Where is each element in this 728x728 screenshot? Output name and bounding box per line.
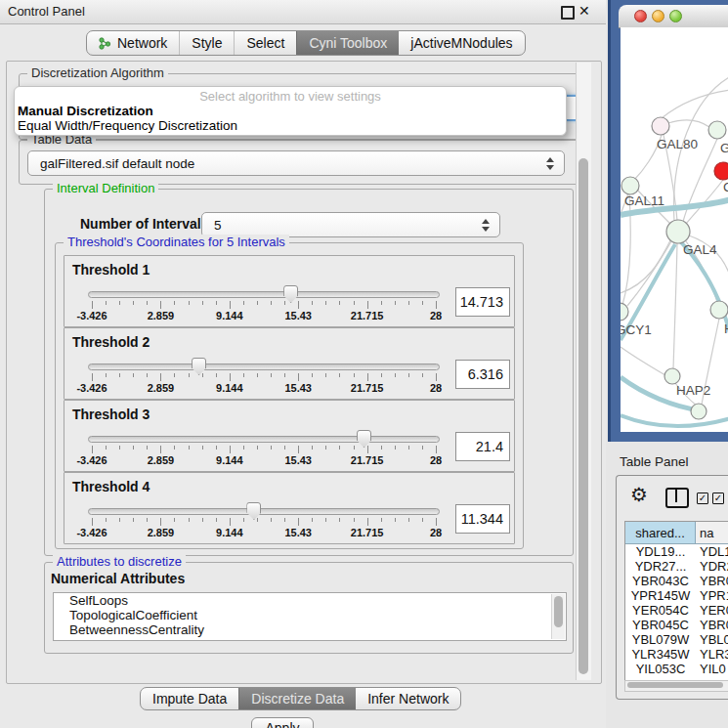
attribute-list-item[interactable]: TopologicalCoefficient xyxy=(54,608,566,622)
checked-checkbox-icon[interactable]: ✓ xyxy=(712,492,724,504)
slider-thumb[interactable] xyxy=(246,502,261,520)
slider-thumb[interactable] xyxy=(283,285,298,303)
zoom-traffic-light-icon[interactable] xyxy=(669,10,682,22)
slider-tick xyxy=(381,373,382,377)
attribute-list-item[interactable]: SelfLoops xyxy=(54,593,566,608)
scrollbar-thumb[interactable] xyxy=(554,596,563,627)
cell-name[interactable]: YDL1 xyxy=(696,544,728,559)
threshold-4-value-field[interactable]: 11.344 xyxy=(455,504,510,534)
control-panel-scrollbar[interactable] xyxy=(576,63,591,680)
network-node[interactable] xyxy=(710,301,728,319)
threshold-2-value-field[interactable]: 6.316 xyxy=(455,360,510,389)
table-row[interactable]: YIL053CYIL0 xyxy=(625,662,728,676)
slider-thumb[interactable] xyxy=(192,358,206,375)
close-traffic-light-icon[interactable] xyxy=(634,10,647,22)
table-horizontal-scrollbar[interactable] xyxy=(624,680,728,692)
table-row[interactable]: YER054CYER0 xyxy=(625,603,728,618)
tab-discretize-data[interactable]: Discretize Data xyxy=(238,688,356,709)
apply-button[interactable]: Apply xyxy=(251,717,314,728)
network-node[interactable] xyxy=(708,121,726,139)
network-node[interactable] xyxy=(714,162,728,180)
cell-shared-name[interactable]: YBR045C xyxy=(625,618,696,632)
cell-name[interactable]: YER0 xyxy=(696,603,728,618)
slider-tick-label: 2.859 xyxy=(148,310,175,321)
cell-shared-name[interactable]: YDR27... xyxy=(625,559,696,574)
table-row[interactable]: YDR27...YDR2 xyxy=(625,559,728,574)
network-node[interactable] xyxy=(666,220,690,243)
column-header-shared-name[interactable]: shared... xyxy=(625,522,696,543)
cell-shared-name[interactable]: YDL19... xyxy=(625,544,696,559)
table-row[interactable]: YPR145WYPR1 xyxy=(625,588,728,603)
tab-impute-data[interactable]: Impute Data xyxy=(141,688,238,709)
discretization-algorithm-title: Discretization Algorithm xyxy=(27,65,168,80)
table-row[interactable]: YBL079WYBL0 xyxy=(625,632,728,647)
table-row[interactable]: YDL19...YDL1 xyxy=(625,544,728,559)
attributes-list-scrollbar[interactable] xyxy=(551,594,565,639)
column-header-name[interactable]: na xyxy=(696,522,728,543)
table-row[interactable]: YBR045CYBR0 xyxy=(625,618,728,632)
slider-tick-label: 21.715 xyxy=(351,310,384,321)
table-data-combobox[interactable]: galFiltered.sif default node xyxy=(27,150,565,176)
network-node[interactable] xyxy=(691,404,707,419)
threshold-2-slider[interactable]: -3.4262.8599.14415.4321.71528 xyxy=(88,358,440,395)
cell-shared-name[interactable]: YPR145W xyxy=(625,588,696,603)
minimize-traffic-light-icon[interactable] xyxy=(652,10,664,22)
cell-shared-name[interactable]: YLR345W xyxy=(625,647,696,662)
slider-tick xyxy=(271,518,272,522)
threshold-1-value-field[interactable]: 14.713 xyxy=(455,287,510,317)
tab-cyni-toolbox[interactable]: Cyni Toolbox xyxy=(296,31,399,55)
tab-jactivemnodules[interactable]: jActiveMNodules xyxy=(399,31,524,55)
cell-name[interactable]: YBL0 xyxy=(696,632,728,647)
cell-name[interactable]: YBR0 xyxy=(696,618,728,632)
dropdown-option-equal-width-frequency[interactable]: Equal Width/Frequency Discretization xyxy=(18,118,237,133)
slider-tick xyxy=(160,373,161,381)
tab-network[interactable]: Network xyxy=(87,31,179,55)
cell-shared-name[interactable]: YER054C xyxy=(625,603,696,618)
network-canvas[interactable]: GAL80GCGAL11GAL4GCY1HHAP2 xyxy=(621,27,728,432)
close-icon[interactable]: ✕ xyxy=(578,3,590,19)
tab-infer-network[interactable]: Infer Network xyxy=(356,688,460,709)
threshold-3-value-field[interactable]: 21.4 xyxy=(455,432,510,461)
network-node[interactable] xyxy=(652,117,669,135)
tab-style[interactable]: Style xyxy=(179,31,234,55)
slider-tick xyxy=(257,446,258,450)
scrollbar-thumb[interactable] xyxy=(627,682,723,688)
scrollbar-thumb[interactable] xyxy=(578,158,588,674)
slider-tick xyxy=(312,518,313,522)
slider-track[interactable] xyxy=(88,364,440,370)
cell-shared-name[interactable]: YIL053C xyxy=(625,662,696,676)
network-node[interactable] xyxy=(664,368,680,384)
table-row[interactable]: YLR345WYLR3 xyxy=(625,647,728,662)
slider-tick xyxy=(284,301,285,305)
float-window-icon[interactable] xyxy=(561,6,575,20)
split-columns-icon[interactable] xyxy=(665,488,689,508)
slider-track[interactable] xyxy=(88,291,440,298)
threshold-3-slider[interactable]: -3.4262.8599.14415.4321.71528 xyxy=(88,430,440,467)
gear-icon[interactable]: ⚙ xyxy=(630,485,648,504)
cell-name[interactable]: YLR3 xyxy=(696,647,728,662)
threshold-4-slider[interactable]: -3.4262.8599.14415.4321.71528 xyxy=(88,502,440,539)
slider-tick xyxy=(174,301,175,305)
tab-select[interactable]: Select xyxy=(234,31,296,55)
cell-name[interactable]: YDR2 xyxy=(696,559,728,574)
cell-shared-name[interactable]: YBL079W xyxy=(625,632,696,647)
numerical-attributes-label: Numerical Attributes xyxy=(51,571,185,586)
cell-name[interactable]: YBR0 xyxy=(696,574,728,588)
cell-name[interactable]: YIL0 xyxy=(696,662,728,676)
network-node[interactable] xyxy=(621,177,639,194)
cell-shared-name[interactable]: YBR043C xyxy=(625,574,696,588)
cell-name[interactable]: YPR1 xyxy=(696,588,728,603)
network-node-label: GAL11 xyxy=(624,193,664,208)
slider-track[interactable] xyxy=(88,436,440,443)
threshold-1-slider[interactable]: -3.4262.8599.14415.4321.71528 xyxy=(88,285,440,322)
checked-checkbox-icon[interactable]: ✓ xyxy=(697,492,708,504)
numerical-attributes-list[interactable]: SelfLoopsTopologicalCoefficientBetweenne… xyxy=(53,592,567,641)
network-node-label: H xyxy=(724,321,728,336)
attribute-list-item[interactable]: BetweennessCentrality xyxy=(54,622,566,637)
slider-track[interactable] xyxy=(88,508,440,515)
dropdown-option-manual-discretization[interactable]: Manual Discretization xyxy=(18,104,153,118)
table-row[interactable]: YBR043CYBR0 xyxy=(625,574,728,588)
slider-thumb[interactable] xyxy=(357,430,371,448)
slider-tick xyxy=(408,301,409,305)
table-data-group: Table Data galFiltered.sif default node xyxy=(19,140,579,185)
